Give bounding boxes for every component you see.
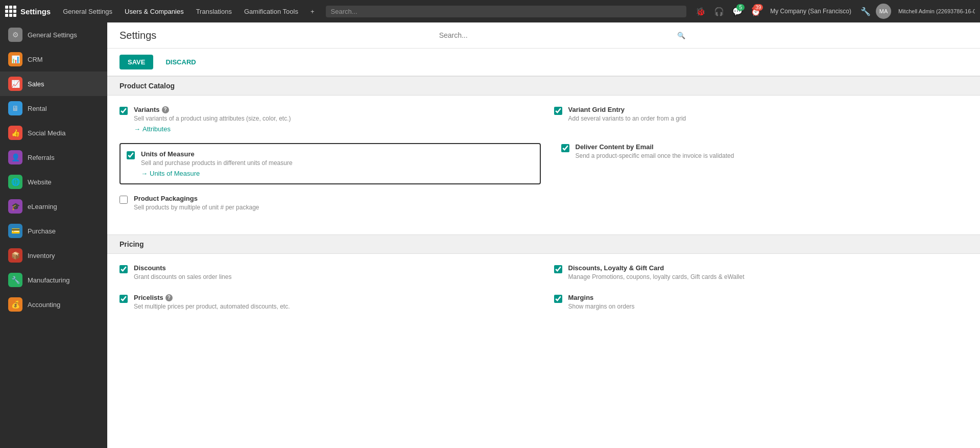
setting-discounts-loyalty: Discounts, Loyalty & Gift Card Manage Pr…	[554, 264, 968, 284]
variant-grid-description: Add several variants to an order from a …	[568, 115, 686, 122]
activities-icon[interactable]: ⏰ 39	[748, 3, 764, 19]
bug-icon[interactable]: 🐞	[692, 3, 709, 19]
company-name[interactable]: My Company (San Francisco)	[766, 8, 855, 15]
margins-description: Show margins on orders	[568, 303, 635, 310]
general-settings-icon: ⚙	[8, 28, 22, 42]
packagings-description: Sell products by multiple of unit # per …	[134, 204, 259, 211]
page-search-input[interactable]	[439, 31, 677, 39]
pricelists-checkbox[interactable]	[119, 295, 128, 303]
uom-link[interactable]: → Units of Measure	[141, 170, 293, 177]
nav-users-companies[interactable]: Users & Companies	[119, 0, 189, 22]
variants-text: Variants ? Sell variants of a product us…	[134, 106, 291, 133]
discounts-loyalty-title: Discounts, Loyalty & Gift Card	[568, 264, 745, 272]
deliver-email-checkbox[interactable]	[561, 144, 569, 152]
crm-icon: 📊	[8, 52, 22, 66]
settings-row-packagings: Product Packagings Sell products by mult…	[119, 195, 968, 214]
nav-gamification[interactable]: Gamification Tools	[239, 0, 303, 22]
nav-general-settings[interactable]: General Settings	[58, 0, 117, 22]
avatar[interactable]: MA	[876, 4, 891, 19]
margins-text: Margins Show margins on orders	[568, 294, 635, 313]
main-wrapper: ⚙ General Settings 📊 CRM 📈 Sales 🖥 Renta…	[0, 22, 980, 448]
uom-checkbox-wrap[interactable]	[127, 151, 135, 161]
discounts-checkbox[interactable]	[119, 265, 128, 273]
sidebar-label-inventory: Inventory	[28, 252, 55, 260]
deliver-email-checkbox-wrap[interactable]	[561, 144, 569, 154]
variants-description: Sell variants of a product using attribu…	[134, 115, 291, 122]
top-navigation: Settings General Settings Users & Compan…	[0, 0, 980, 22]
settings-row-discounts: Discounts Grant discounts on sales order…	[119, 264, 968, 284]
sidebar-label-elearning: eLearning	[28, 203, 57, 210]
settings-row-pricelists: Pricelists ? Set multiple prices per pro…	[119, 294, 968, 313]
brand[interactable]: Settings	[5, 6, 51, 17]
packagings-checkbox[interactable]	[119, 196, 128, 204]
variants-checkbox-wrap[interactable]	[119, 107, 128, 116]
setting-variants: Variants ? Sell variants of a product us…	[119, 106, 534, 133]
sidebar-item-rental[interactable]: 🖥 Rental	[0, 96, 107, 121]
sidebar-label-accounting: Accounting	[28, 301, 60, 309]
sidebar-item-crm[interactable]: 📊 CRM	[0, 47, 107, 72]
attributes-link[interactable]: → Attributes	[134, 125, 291, 133]
section-pricing-header: Pricing	[107, 234, 980, 254]
deliver-email-text: Deliver Content by Email Send a product-…	[576, 143, 734, 162]
apps-icon[interactable]	[5, 6, 16, 17]
discounts-loyalty-text: Discounts, Loyalty & Gift Card Manage Pr…	[568, 264, 745, 284]
page-search-area: 🔍	[156, 29, 968, 42]
discounts-checkbox-wrap[interactable]	[119, 265, 128, 275]
manufacturing-icon: 🔧	[8, 273, 22, 287]
sidebar-label-crm: CRM	[28, 56, 43, 63]
deliver-email-title: Deliver Content by Email	[576, 143, 734, 151]
variant-grid-title: Variant Grid Entry	[568, 106, 686, 113]
packagings-checkbox-wrap[interactable]	[119, 196, 128, 205]
wrench-icon[interactable]: 🔧	[857, 3, 874, 19]
inventory-icon: 📦	[8, 248, 22, 263]
discounts-description: Grant discounts on sales order lines	[134, 273, 231, 280]
save-button[interactable]: SAVE	[119, 55, 153, 69]
variant-grid-text: Variant Grid Entry Add several variants …	[568, 106, 686, 125]
tasks-badge: 39	[753, 4, 763, 11]
discounts-loyalty-checkbox-wrap[interactable]	[554, 265, 562, 275]
packagings-text: Product Packagings Sell products by mult…	[134, 195, 259, 214]
sidebar-item-purchase[interactable]: 💳 Purchase	[0, 219, 107, 243]
margins-checkbox-wrap[interactable]	[554, 295, 562, 304]
settings-row-variants: Variants ? Sell variants of a product us…	[119, 106, 968, 133]
discounts-loyalty-checkbox[interactable]	[554, 265, 562, 273]
sidebar-label-manufacturing: Manufacturing	[28, 276, 69, 284]
sidebar-item-sales[interactable]: 📈 Sales	[0, 72, 107, 96]
support-icon[interactable]: 🎧	[711, 3, 727, 19]
variants-checkbox[interactable]	[119, 107, 128, 115]
sidebar-item-referrals[interactable]: 👤 Referrals	[0, 145, 107, 170]
variant-grid-checkbox-wrap[interactable]	[554, 107, 562, 116]
sidebar-label-website: Website	[28, 178, 52, 186]
nav-add[interactable]: +	[305, 0, 320, 22]
search-input[interactable]	[331, 8, 682, 15]
sidebar-item-inventory[interactable]: 📦 Inventory	[0, 243, 107, 268]
accounting-icon: 💰	[8, 297, 22, 312]
sidebar-item-accounting[interactable]: 💰 Accounting	[0, 292, 107, 317]
pricelists-help-icon[interactable]: ?	[165, 294, 173, 301]
messages-badge: 5	[736, 4, 745, 11]
settings-content: Product Catalog Variants ? Sell v	[107, 76, 980, 334]
uom-text: Units of Measure Sell and purchase produ…	[141, 150, 293, 177]
uom-checkbox[interactable]	[127, 151, 135, 159]
sidebar-label-purchase: Purchase	[28, 227, 56, 235]
discounts-loyalty-description: Manage Promotions, coupons, loyalty card…	[568, 273, 745, 280]
nav-translations[interactable]: Translations	[191, 0, 237, 22]
messages-icon[interactable]: 💬 5	[729, 3, 746, 19]
search-submit-icon[interactable]: 🔍	[677, 32, 685, 39]
sidebar-item-social-media[interactable]: 👍 Social Media	[0, 121, 107, 145]
variant-grid-checkbox[interactable]	[554, 107, 562, 115]
sidebar-item-website[interactable]: 🌐 Website	[0, 170, 107, 194]
user-menu[interactable]: Mitchell Admin (22693786-16-0-all)	[893, 0, 975, 22]
sidebar-item-elearning[interactable]: 🎓 eLearning	[0, 194, 107, 219]
sidebar-item-manufacturing[interactable]: 🔧 Manufacturing	[0, 268, 107, 292]
sidebar-label-sales: Sales	[28, 80, 44, 88]
variants-help-icon[interactable]: ?	[162, 106, 169, 113]
uom-description: Sell and purchase products in different …	[141, 159, 293, 167]
arrow-icon: →	[134, 125, 140, 133]
discard-button[interactable]: DISCARD	[157, 55, 204, 69]
margins-checkbox[interactable]	[554, 295, 562, 303]
sidebar-item-general-settings[interactable]: ⚙ General Settings	[0, 22, 107, 47]
pricelists-checkbox-wrap[interactable]	[119, 295, 128, 304]
social-media-icon: 👍	[8, 126, 22, 140]
setting-margins: Margins Show margins on orders	[554, 294, 968, 313]
